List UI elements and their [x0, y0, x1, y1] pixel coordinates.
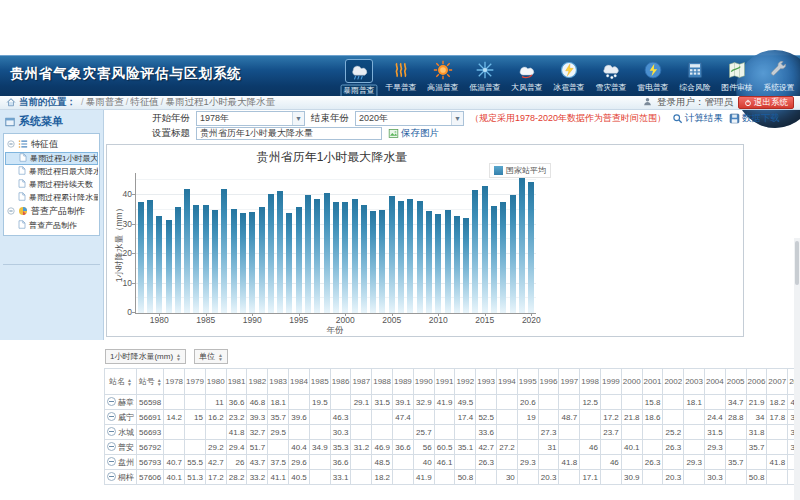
toolbar-item-rainstorm[interactable]: 暴雨普查: [338, 57, 380, 98]
column-header-year[interactable]: 1994: [497, 369, 518, 395]
toolbar-item-wind[interactable]: 大风普查: [506, 57, 548, 94]
column-header-year[interactable]: 2000: [621, 369, 642, 395]
column-header-year[interactable]: 1992: [455, 369, 476, 395]
value-cell: 35.7: [746, 440, 767, 455]
toolbar-item-composite-risk[interactable]: 综合风险: [674, 57, 716, 94]
sidebar-item[interactable]: 暴雨过程持续天数: [5, 178, 98, 191]
column-header-year[interactable]: 1982: [247, 369, 268, 395]
sidebar-group-特征值[interactable]: 特征值: [5, 137, 98, 152]
column-header-year[interactable]: 1988: [372, 369, 393, 395]
download-data-button[interactable]: 数据下载: [729, 112, 780, 125]
column-header-year[interactable]: 1995: [517, 369, 538, 395]
column-header-year[interactable]: 2001: [642, 369, 663, 395]
column-header-year[interactable]: 1981: [226, 369, 247, 395]
breadcrumb-segment[interactable]: 暴雨普查: [86, 96, 124, 107]
column-header-year[interactable]: 1983: [268, 369, 289, 395]
row-expander-icon[interactable]: [107, 472, 116, 481]
column-header-year[interactable]: 2006: [746, 369, 767, 395]
breadcrumb-segment[interactable]: 特征值: [130, 96, 159, 107]
column-header-year[interactable]: 1987: [351, 369, 372, 395]
x-tick-mark: [392, 313, 393, 316]
filter-row-title: 设置标题 保存图片: [152, 126, 800, 141]
value-cell: [517, 425, 538, 440]
column-header-year[interactable]: 1997: [559, 369, 580, 395]
column-header-label: 站名: [109, 376, 125, 387]
bar-1996: [305, 195, 311, 313]
collapse-icon[interactable]: [7, 140, 15, 150]
column-header-year[interactable]: 1998: [580, 369, 601, 395]
column-header-year[interactable]: 1985: [309, 369, 330, 395]
toolbar-item-drought[interactable]: 干旱普查: [380, 57, 422, 94]
value-cell: 30.3: [330, 425, 351, 440]
column-header-year[interactable]: 2002: [663, 369, 684, 395]
value-cell: 19: [517, 410, 538, 425]
toolbar-item-low-temp[interactable]: 低温普查: [464, 57, 506, 94]
collapse-icon[interactable]: [7, 207, 15, 217]
bar-2019: [519, 178, 525, 313]
end-year-select[interactable]: 2020年▼: [355, 111, 464, 126]
row-expander-icon[interactable]: [107, 412, 116, 421]
sidebar-item[interactable]: 暴雨过程累计降水量: [5, 191, 98, 204]
table-chip-单位[interactable]: 单位▲▼: [194, 349, 228, 364]
value-cell: [580, 425, 601, 440]
value-cell: 42.7: [476, 440, 497, 455]
bar-2018: [510, 195, 516, 313]
toolbar-item-high-temp[interactable]: 高温普查: [422, 57, 464, 94]
column-header-year[interactable]: 2007: [767, 369, 788, 395]
toolbar-item-hail[interactable]: 冰雹普查: [548, 57, 590, 94]
logout-button[interactable]: 退出系统: [738, 96, 794, 109]
value-cell: [205, 425, 226, 440]
column-header-year[interactable]: 1991: [434, 369, 455, 395]
column-header-year[interactable]: 1986: [330, 369, 351, 395]
table-chip-1小时降水量(mm)[interactable]: 1小时降水量(mm)▲▼: [105, 349, 186, 364]
column-header-year[interactable]: 1980: [205, 369, 226, 395]
sidebar-group-普查产品制作[interactable]: 普查产品制作: [5, 204, 98, 219]
column-header-year[interactable]: 2005: [725, 369, 746, 395]
toolbar-item-lightning[interactable]: 雷电普查: [632, 57, 674, 94]
sort-arrows-icon[interactable]: ▲▼: [218, 353, 223, 361]
sort-arrows-icon[interactable]: ▲▼: [127, 378, 132, 386]
column-header-year[interactable]: 1989: [393, 369, 414, 395]
toolbar-item-map-review[interactable]: 图件审核: [716, 57, 758, 94]
breadcrumb-segment[interactable]: 暴雨过程1小时最大降水量: [165, 96, 275, 107]
sidebar-item[interactable]: 暴雨过程1小时最大降水量: [5, 152, 98, 165]
row-expander-icon[interactable]: [107, 397, 116, 406]
calculate-button[interactable]: 计算结果: [672, 112, 723, 125]
toolbar-item-snow[interactable]: 雪灾普查: [590, 57, 632, 94]
chart-title-input[interactable]: [196, 127, 382, 140]
vertical-scrollbar[interactable]: [794, 238, 800, 500]
sidebar-item[interactable]: 普查产品制作: [5, 219, 98, 232]
value-cell: 15: [185, 410, 206, 425]
column-header-year[interactable]: 1979: [185, 369, 206, 395]
station-name: 盘州: [118, 458, 134, 467]
value-cell: [704, 455, 725, 470]
sort-arrows-icon[interactable]: ▲▼: [157, 378, 162, 386]
column-header-year[interactable]: 2003: [684, 369, 705, 395]
sort-arrows-icon[interactable]: ▲▼: [176, 353, 181, 361]
row-expander-icon[interactable]: [107, 442, 116, 451]
toolbar-item-settings[interactable]: 系统设置: [758, 57, 800, 94]
toolbar-item-label: 雷电普查: [637, 82, 668, 93]
sidebar-item[interactable]: 暴雨过程日最大降水量: [5, 165, 98, 178]
value-cell: 25.2: [663, 425, 684, 440]
value-cell: 51.7: [247, 440, 268, 455]
column-header-year[interactable]: 1999: [600, 369, 621, 395]
column-header-id[interactable]: 站号▲▼: [137, 369, 164, 395]
row-expander-icon[interactable]: [107, 427, 116, 436]
column-header-year[interactable]: 1996: [538, 369, 559, 395]
scrollbar-thumb[interactable]: [795, 241, 799, 285]
column-header-year[interactable]: 1990: [413, 369, 434, 395]
column-header-year[interactable]: 2004: [704, 369, 725, 395]
value-cell: 17.4: [455, 410, 476, 425]
value-cell: 21.8: [621, 410, 642, 425]
start-year-select[interactable]: 1978年▼: [196, 111, 305, 126]
row-expander-icon[interactable]: [107, 457, 116, 466]
save-image-button[interactable]: 保存图片: [388, 127, 439, 140]
column-header-year[interactable]: 1978: [164, 369, 185, 395]
column-header-year[interactable]: 1984: [289, 369, 310, 395]
value-cell: [372, 410, 393, 425]
value-cell: 21.9: [746, 395, 767, 410]
column-header-name[interactable]: 站名▲▼: [105, 369, 137, 395]
column-header-year[interactable]: 1993: [476, 369, 497, 395]
bar-1993: [277, 191, 283, 313]
